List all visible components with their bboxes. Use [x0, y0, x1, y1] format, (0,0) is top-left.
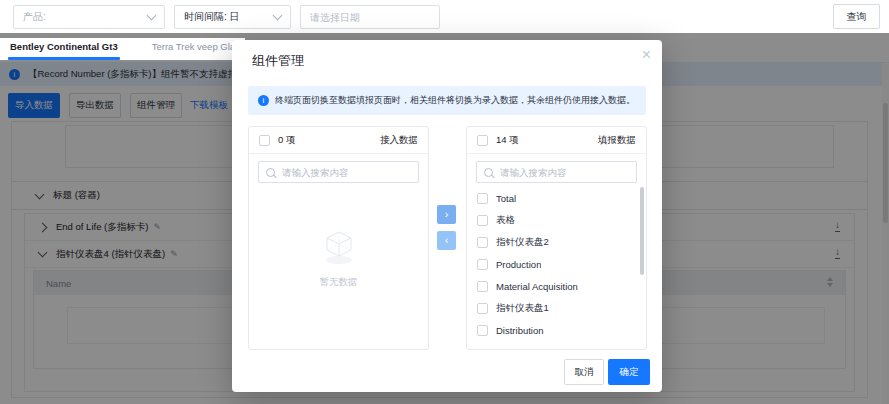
move-left-button[interactable]: ‹ — [437, 231, 456, 250]
item-label: Material Acquisition — [496, 281, 578, 292]
source-panel-header: 0 项 接入数据 — [249, 127, 428, 154]
item-label: 指针仪表盘1 — [496, 302, 549, 315]
source-panel-tag: 接入数据 — [380, 134, 418, 147]
chevron-down-icon — [273, 11, 283, 21]
transfer-list-item[interactable]: Distribution — [467, 319, 641, 341]
empty-box-icon — [318, 229, 360, 267]
transfer-list-item[interactable]: Total — [467, 187, 641, 209]
modal-alert: i 终端页面切换至数据填报页面时，相关组件将切换为录入数据，其余组件仍使用接入数… — [248, 86, 646, 115]
interval-select-label: 时间间隔: 日 — [184, 10, 240, 24]
transfer-list-item[interactable]: Material Acquisition — [467, 275, 641, 297]
query-button[interactable]: 查询 — [833, 4, 880, 29]
transfer-panel-source: 0 项 接入数据 暂无数据 — [248, 126, 429, 350]
target-search-input[interactable] — [498, 166, 629, 179]
product-select-label: 产品: — [23, 10, 46, 24]
item-checkbox[interactable] — [477, 281, 488, 292]
target-search-box[interactable] — [476, 161, 637, 183]
item-checkbox[interactable] — [477, 347, 488, 348]
source-count: 0 项 — [278, 134, 295, 147]
source-search-box[interactable] — [258, 161, 419, 183]
item-label: 指针仪表盘 — [496, 346, 544, 348]
item-checkbox[interactable] — [477, 237, 488, 248]
ok-button[interactable]: 确定 — [608, 359, 650, 385]
item-label: 表格 — [496, 214, 515, 227]
component-list: Total表格指针仪表盘2ProductionMaterial Acquisit… — [467, 187, 641, 347]
transfer-list-item[interactable]: 指针仪表盘1 — [467, 297, 641, 319]
date-input[interactable] — [300, 5, 440, 29]
item-checkbox[interactable] — [477, 259, 488, 270]
empty-state: 暂无数据 — [249, 229, 428, 289]
transfer-list-item[interactable]: 指针仪表盘 — [467, 341, 641, 347]
list-scrollbar-thumb[interactable] — [640, 187, 644, 275]
transfer-list-item[interactable]: 指针仪表盘2 — [467, 231, 641, 253]
item-label: Production — [496, 259, 541, 270]
component-manage-modal: 组件管理 × i 终端页面切换至数据填报页面时，相关组件将切换为录入数据，其余组… — [232, 40, 662, 392]
select-all-checkbox[interactable] — [477, 135, 488, 146]
info-icon: i — [258, 95, 269, 106]
chevron-down-icon — [147, 11, 157, 21]
active-tab-underline — [8, 57, 120, 60]
item-checkbox[interactable] — [477, 215, 488, 226]
item-checkbox[interactable] — [477, 303, 488, 314]
item-checkbox[interactable] — [477, 193, 488, 204]
modal-alert-text: 终端页面切换至数据填报页面时，相关组件将切换为录入数据，其余组件仍使用接入数据。 — [275, 94, 635, 107]
transfer-list-item[interactable]: Production — [467, 253, 641, 275]
item-label: 指针仪表盘2 — [496, 236, 549, 249]
item-label: Distribution — [496, 325, 544, 336]
cancel-button[interactable]: 取消 — [564, 359, 604, 385]
item-label: Total — [496, 193, 516, 204]
interval-select[interactable]: 时间间隔: 日 — [174, 5, 291, 29]
search-icon — [484, 168, 493, 177]
tab-label: Bentley Continental Gt3 — [10, 41, 118, 52]
transfer-list-item[interactable]: 表格 — [467, 209, 641, 231]
target-panel-header: 14 项 填报数据 — [467, 127, 646, 154]
tab-bar: Bentley Continental Gt3 Terra Trek veep … — [0, 38, 245, 60]
close-icon[interactable]: × — [642, 45, 651, 65]
tab-bentley-continental-gt3[interactable]: Bentley Continental Gt3 — [10, 38, 118, 60]
filter-bar: 产品: 时间间隔: 日 查询 — [0, 0, 889, 33]
select-all-checkbox[interactable] — [259, 135, 270, 146]
product-select[interactable]: 产品: — [13, 5, 165, 29]
target-panel-tag: 填报数据 — [598, 134, 636, 147]
source-search-input[interactable] — [280, 166, 411, 179]
modal-title: 组件管理 — [252, 52, 304, 70]
transfer-panel-target: 14 项 填报数据 Total表格指针仪表盘2ProductionMateria… — [466, 126, 647, 350]
search-icon — [266, 168, 275, 177]
target-count: 14 项 — [496, 134, 519, 147]
item-checkbox[interactable] — [477, 325, 488, 336]
empty-text: 暂无数据 — [249, 276, 428, 289]
move-right-button[interactable]: › — [437, 205, 456, 224]
